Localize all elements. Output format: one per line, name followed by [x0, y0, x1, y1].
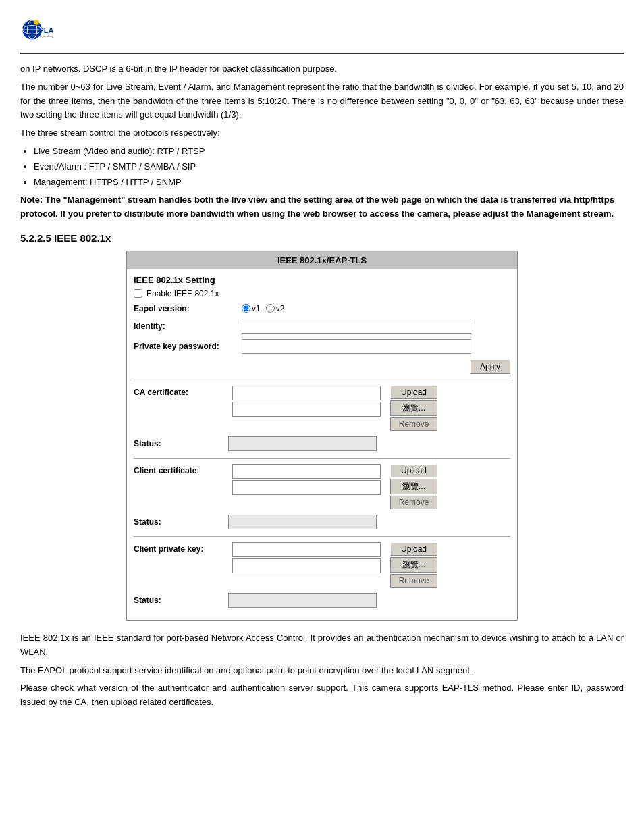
separator1 [134, 380, 510, 380]
client-cert-status-label: Status: [134, 517, 228, 527]
client-cert-label: Client certificate: [134, 464, 228, 475]
client-key-remove-button[interactable]: Remove [390, 574, 437, 588]
section-heading-ieee: 5.2.2.5 IEEE 802.1x [20, 232, 624, 244]
client-cert-inputs [232, 464, 381, 495]
client-key-status-row: Status: [134, 593, 510, 608]
list-item-event: Event/Alarm : FTP / SMTP / SAMBA / SIP [34, 160, 624, 174]
ca-browse-button[interactable]: 瀏覽... [390, 400, 437, 416]
separator3 [134, 536, 510, 537]
identity-label: Identity: [134, 321, 242, 331]
client-key-status-label: Status: [134, 596, 228, 605]
eapol-v2-radio[interactable] [266, 304, 275, 313]
ca-upload-button[interactable]: Upload [390, 386, 437, 399]
client-cert-row: Client certificate: Upload 瀏覽... Remove [134, 464, 510, 509]
private-key-label: Private key password: [134, 342, 242, 351]
client-key-input2[interactable] [232, 558, 381, 573]
management-note: Note: The "Management" stream handles bo… [20, 193, 624, 221]
eapol-v1-text: v1 [252, 304, 261, 313]
svg-point-4 [34, 20, 39, 25]
client-key-status-input [228, 593, 377, 608]
apply-row: Apply [134, 359, 510, 374]
client-cert-input2[interactable] [232, 480, 381, 495]
identity-input[interactable] [242, 319, 471, 334]
footer-para2: The EAPOL protocol support service ident… [20, 664, 624, 678]
footer-para1: IEEE 802.1x is an IEEE standard for port… [20, 631, 624, 660]
client-key-label: Client private key: [134, 542, 228, 554]
client-key-upload-button[interactable]: Upload [390, 542, 437, 556]
client-key-input[interactable] [232, 542, 381, 557]
private-key-input[interactable] [242, 339, 471, 354]
eapol-label: Eapol version: [134, 304, 242, 313]
private-key-content [242, 339, 510, 354]
eapol-row: Eapol version: v1 v2 [134, 304, 510, 313]
enable-row: Enable IEEE 802.1x [134, 289, 510, 298]
client-key-browse-button[interactable]: 瀏覽... [390, 557, 437, 573]
list-item-management: Management: HTTPS / HTTP / SNMP [34, 176, 624, 190]
eapol-v2-text: v2 [276, 304, 285, 313]
client-key-buttons: Upload 瀏覽... Remove [390, 542, 437, 588]
identity-row: Identity: [134, 319, 510, 334]
client-cert-input[interactable] [232, 464, 381, 479]
ca-cert-buttons: Upload 瀏覽... Remove [390, 386, 437, 431]
page-header: PLANET Networking & Communication [20, 14, 624, 54]
client-cert-status-input [228, 515, 377, 529]
logo: PLANET Networking & Communication [20, 14, 53, 46]
ca-cert-input2[interactable] [232, 402, 381, 417]
svg-text:PLANET: PLANET [38, 26, 53, 34]
footer-para3: Please check what version of the authent… [20, 681, 624, 710]
client-cert-browse-button[interactable]: 瀏覽... [390, 479, 437, 494]
client-key-row: Client private key: Upload 瀏覽... Remove [134, 542, 510, 588]
ca-status-row: Status: [134, 436, 510, 451]
identity-content [242, 319, 510, 334]
client-cert-buttons: Upload 瀏覽... Remove [390, 464, 437, 509]
ca-cert-inputs [232, 386, 381, 417]
ca-cert-input[interactable] [232, 386, 381, 400]
client-cert-status-row: Status: [134, 515, 510, 529]
eapol-v2-label[interactable]: v2 [266, 304, 285, 313]
ca-status-input [228, 436, 377, 451]
list-item-livestream: Live Stream (Video and audio): RTP / RTS… [34, 145, 624, 159]
client-cert-remove-button[interactable]: Remove [390, 496, 437, 509]
ieee-table-body: IEEE 802.1x Setting Enable IEEE 802.1x E… [127, 269, 517, 620]
eapol-options: v1 v2 [242, 304, 510, 313]
eapol-v1-label[interactable]: v1 [242, 304, 261, 313]
ieee-table-header: IEEE 802.1x/EAP-TLS [127, 251, 517, 269]
intro-para2: The number 0~63 for Live Stream, Event /… [20, 80, 624, 122]
separator2 [134, 458, 510, 459]
private-key-row: Private key password: [134, 339, 510, 354]
apply-button[interactable]: Apply [470, 359, 510, 374]
ieee-section-label: IEEE 802.1x Setting [134, 275, 510, 285]
enable-checkbox[interactable] [134, 289, 142, 298]
protocol-list: Live Stream (Video and audio): RTP / RTS… [34, 145, 624, 189]
ca-status-label: Status: [134, 439, 228, 448]
enable-label: Enable IEEE 802.1x [146, 289, 219, 298]
client-key-inputs [232, 542, 381, 573]
intro-para1: on IP networks. DSCP is a 6-bit in the I… [20, 62, 624, 76]
client-cert-upload-button[interactable]: Upload [390, 464, 437, 477]
intro-para3: The three stream control the protocols r… [20, 126, 624, 140]
ca-cert-label: CA certificate: [134, 386, 228, 397]
ieee-table: IEEE 802.1x/EAP-TLS IEEE 802.1x Setting … [126, 251, 518, 621]
ca-remove-button[interactable]: Remove [390, 417, 437, 431]
ca-cert-row: CA certificate: Upload 瀏覽... Remove [134, 386, 510, 431]
eapol-v1-radio[interactable] [242, 304, 250, 313]
planet-logo-icon: PLANET Networking & Communication [20, 14, 53, 46]
svg-text:Networking & Communication: Networking & Communication [38, 34, 53, 38]
